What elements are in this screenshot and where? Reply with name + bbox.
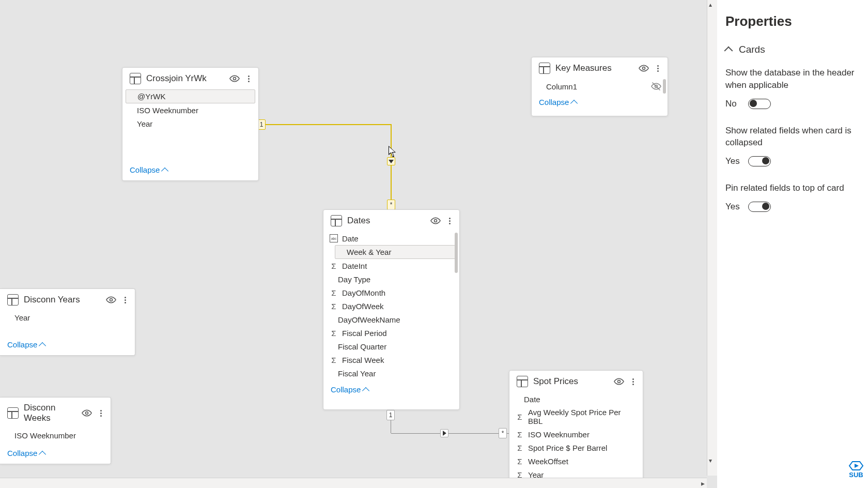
more-options-icon[interactable]: [245, 73, 252, 84]
chevron-up-icon: [570, 99, 578, 106]
field-item[interactable]: Day Type: [327, 272, 456, 286]
table-card-dates[interactable]: Dates Date Week & Year DateInt Day Type …: [323, 209, 460, 410]
field-item[interactable]: DateInt: [327, 259, 456, 272]
svg-point-1: [643, 67, 645, 70]
scroll-up-icon[interactable]: ▴: [709, 1, 712, 8]
table-icon: [331, 215, 342, 226]
table-card-disconn-weeks[interactable]: Disconn Weeks ISO Weeknumber Collapse: [0, 397, 111, 464]
field-list: Year: [0, 311, 135, 326]
field-item[interactable]: Fiscal Period: [327, 326, 456, 340]
scroll-down-icon[interactable]: ▾: [709, 457, 712, 464]
svg-marker-8: [855, 464, 859, 468]
property-value: No: [725, 99, 741, 109]
field-list: Date Week & Year DateInt Day Type DayOfM…: [323, 232, 459, 382]
collapse-link[interactable]: Collapse: [0, 336, 135, 355]
scrollbar-thumb[interactable]: [455, 233, 458, 273]
field-item[interactable]: DayOfMonth: [327, 286, 456, 299]
sigma-icon: [516, 413, 524, 421]
model-canvas[interactable]: 1 * 1 * Crossjoin YrWk @YrWK ISO Weeknum…: [0, 0, 707, 476]
visibility-icon[interactable]: [639, 63, 649, 73]
sigma-icon: [516, 457, 524, 465]
relationship-direction-icon: [387, 157, 395, 165]
field-list: ISO Weeknumber: [0, 429, 111, 444]
visibility-icon[interactable]: [229, 73, 240, 84]
card-header: Disconn Weeks: [0, 398, 111, 429]
collapse-link[interactable]: Collapse: [532, 96, 668, 111]
property-value: Yes: [725, 202, 741, 212]
scrollbar-thumb[interactable]: [663, 79, 666, 94]
card-header: Crossjoin YrWk: [122, 68, 258, 89]
field-item[interactable]: ISO Weeknumber: [3, 429, 107, 442]
table-card-crossjoin[interactable]: Crossjoin YrWk @YrWK ISO Weeknumber Year…: [122, 67, 259, 181]
collapse-link[interactable]: Collapse: [323, 382, 459, 400]
section-title: Cards: [739, 44, 765, 55]
subscribe-badge[interactable]: SUB: [847, 461, 865, 479]
chevron-up-icon: [39, 450, 46, 457]
field-item[interactable]: ISO Weeknumber: [513, 428, 640, 441]
field-item[interactable]: Column1: [535, 79, 664, 94]
properties-panel: Properties Cards Show the database in th…: [717, 0, 868, 488]
field-item[interactable]: DayOfWeekName: [327, 313, 456, 326]
datatype-icon: [330, 234, 338, 242]
sigma-icon: [516, 430, 524, 438]
relationship-line[interactable]: [258, 124, 392, 125]
more-options-icon[interactable]: [629, 376, 637, 387]
field-item[interactable]: Date: [513, 392, 640, 406]
field-item[interactable]: Fiscal Quarter: [327, 340, 456, 353]
canvas-vertical-scrollbar[interactable]: ▴ ▾: [707, 0, 717, 476]
field-item[interactable]: Week & Year: [335, 245, 456, 259]
more-options-icon[interactable]: [121, 295, 129, 305]
toggle-switch[interactable]: [748, 156, 771, 166]
field-list: @YrWK ISO Weeknumber Year: [122, 89, 258, 132]
hidden-icon[interactable]: [651, 81, 661, 91]
svg-point-0: [234, 78, 236, 80]
field-item[interactable]: Spot Price $ Per Barrel: [513, 441, 640, 454]
table-card-disconn-years[interactable]: Disconn Years Year Collapse: [0, 288, 135, 356]
field-item[interactable]: @YrWK: [126, 89, 255, 103]
collapse-link[interactable]: Collapse: [122, 161, 258, 180]
chevron-up-icon: [161, 167, 168, 174]
field-item[interactable]: Date: [327, 232, 456, 245]
relationship-line[interactable]: [391, 124, 392, 210]
visibility-icon[interactable]: [82, 408, 92, 418]
visibility-icon[interactable]: [614, 376, 624, 387]
properties-title: Properties: [725, 13, 859, 29]
property-row-show-database: Show the database in the header when app…: [725, 67, 859, 109]
visibility-icon[interactable]: [430, 216, 441, 226]
chevron-up-icon: [724, 47, 733, 55]
scroll-right-icon[interactable]: ▸: [701, 479, 705, 487]
properties-section-header[interactable]: Cards: [725, 44, 859, 55]
field-item[interactable]: ISO Weeknumber: [126, 103, 255, 117]
toggle-switch[interactable]: [748, 202, 771, 212]
more-options-icon[interactable]: [446, 216, 453, 226]
field-item[interactable]: Avg Weekly Spot Price Per BBL: [513, 406, 640, 428]
collapse-link[interactable]: Collapse: [0, 445, 111, 464]
canvas-horizontal-scrollbar[interactable]: ▸: [0, 478, 707, 488]
card-header: Disconn Years: [0, 289, 135, 311]
field-item[interactable]: DayOfWeek: [327, 299, 456, 313]
visibility-icon[interactable]: [106, 295, 116, 305]
table-card-spot-prices[interactable]: Spot Prices Date Avg Weekly Spot Price P…: [509, 370, 643, 484]
more-options-icon[interactable]: [654, 63, 661, 73]
sigma-icon: [330, 288, 338, 297]
table-card-key-measures[interactable]: Key Measures Column1 Collapse: [531, 57, 668, 116]
chevron-up-icon: [39, 342, 46, 349]
sigma-icon: [330, 302, 338, 310]
property-label: Show the database in the header when app…: [725, 67, 859, 91]
table-title: Dates: [347, 216, 425, 226]
field-item[interactable]: WeekOffset: [513, 454, 640, 468]
field-item[interactable]: Fiscal Week: [327, 353, 456, 367]
chevron-up-icon: [362, 387, 369, 394]
table-icon: [517, 376, 528, 387]
table-icon: [7, 407, 19, 419]
more-options-icon[interactable]: [97, 408, 104, 418]
field-item[interactable]: Year: [3, 311, 132, 324]
table-title: Spot Prices: [533, 376, 609, 387]
field-item[interactable]: Fiscal Year: [327, 367, 456, 380]
field-list: Date Avg Weekly Spot Price Per BBL ISO W…: [509, 392, 643, 483]
property-row-pin-related: Pin related fields to top of card Yes: [725, 182, 859, 212]
field-item[interactable]: Year: [126, 117, 255, 130]
toggle-switch[interactable]: [748, 99, 771, 109]
property-row-show-related: Show related fields when card is collaps…: [725, 125, 859, 167]
relationship-line-2[interactable]: [391, 433, 509, 434]
